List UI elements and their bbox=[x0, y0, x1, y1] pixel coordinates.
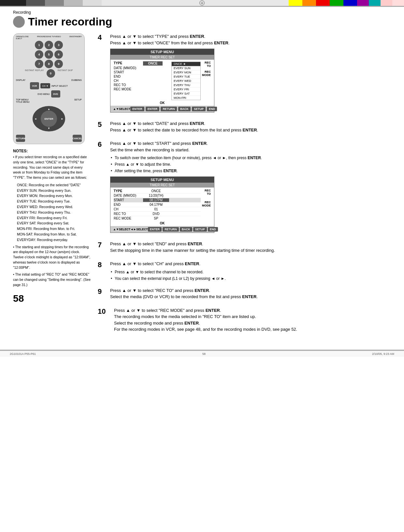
step-8: 8 Press ▲ or ▼ to select "CH" and press … bbox=[98, 261, 391, 282]
step-4-content: Press ▲ or ▼ to select "TYPE" and press … bbox=[110, 33, 391, 115]
step-6-bullets: To switch over the selection item (hour … bbox=[110, 155, 391, 174]
footer-center: 58 bbox=[202, 352, 206, 356]
step-8-content: Press ▲ or ▼ to select "CH" and press EN… bbox=[110, 261, 391, 282]
setup-menu-1-footer: ▲▼ SELECT ENTER ENTER RETURN BACK SETUP … bbox=[110, 106, 214, 112]
notes-section: NOTES: • If you select timer recording o… bbox=[13, 149, 91, 288]
left-column: OPEN/CLOSEEJECT PROGRESSIVE TV/VIDEO ON/… bbox=[13, 33, 91, 340]
step-6-text: Press ▲ or ▼ to select "START" and press… bbox=[110, 140, 391, 153]
main-layout: OPEN/CLOSEEJECT PROGRESSIVE TV/VIDEO ON/… bbox=[13, 33, 391, 340]
section-label: Recording bbox=[13, 10, 391, 15]
setup-menu-2-ok: OK bbox=[110, 220, 214, 226]
remote-control-image: OPEN/CLOSEEJECT PROGRESSIVE TV/VIDEO ON/… bbox=[13, 33, 85, 144]
footer-left: 2G10101A P55-P61 bbox=[10, 352, 36, 356]
top-color-bar: + bbox=[0, 0, 404, 6]
setup-menu-1-ok: OK bbox=[110, 100, 214, 106]
page-title: Timer recording bbox=[28, 15, 112, 28]
step-6: 6 Press ▲ or ▼ to select "START" and pre… bbox=[98, 140, 391, 236]
setup-menu-2-title: SETUP MENU bbox=[110, 177, 214, 183]
step-7-text: Press ▲ or ▼ to select "END" and press E… bbox=[110, 241, 391, 253]
step-7-number: 7 bbox=[98, 241, 107, 249]
footer-right: 2/10/05, 9:23 AM bbox=[372, 352, 394, 356]
notes-title: NOTES: bbox=[13, 149, 91, 153]
notes-text: • If you select timer recording on a spe… bbox=[13, 155, 91, 288]
step-5: 5 Press ▲ or ▼ to select "DATE" and pres… bbox=[98, 120, 391, 135]
page-footer: 2G10101A P55-P61 58 2/10/05, 9:23 AM bbox=[0, 351, 404, 357]
setup-menu-1-subtitle: TIMER REC SET bbox=[110, 55, 214, 60]
page-title-wrap: Timer recording bbox=[13, 15, 391, 28]
dpad: ▲ ▼ ◄ ► ENTER bbox=[33, 106, 65, 131]
step-8-number: 8 bbox=[98, 261, 107, 269]
step-9-text: Press ▲ or ▼ to select "REC TO" and pres… bbox=[110, 287, 391, 300]
title-icon bbox=[13, 16, 25, 28]
step-10-number: 10 bbox=[98, 307, 111, 316]
step-5-content: Press ▲ or ▼ to select "DATE" and press … bbox=[110, 120, 391, 135]
step-4-text: Press ▲ or ▼ to select "TYPE" and press … bbox=[110, 33, 391, 46]
step-5-number: 5 bbox=[98, 120, 107, 129]
enter-button[interactable]: ENTER bbox=[41, 111, 57, 127]
right-column: 4 Press ▲ or ▼ to select "TYPE" and pres… bbox=[98, 33, 391, 340]
setup-menu-1: SETUP MENU TIMER REC SET TYPEONCE DATE (… bbox=[110, 49, 214, 113]
step-8-text: Press ▲ or ▼ to select "CH" and press EN… bbox=[110, 261, 391, 267]
step-8-bullets: Press ▲ or ▼ to select the channel to be… bbox=[110, 269, 391, 281]
step-4: 4 Press ▲ or ▼ to select "TYPE" and pres… bbox=[98, 33, 391, 115]
step-6-number: 6 bbox=[98, 140, 107, 149]
step-10-content: Press ▲ or ▼ to select "REC MODE" and pr… bbox=[114, 307, 391, 335]
step-5-text: Press ▲ or ▼ to select "DATE" and press … bbox=[110, 120, 391, 133]
step-7-content: Press ▲ or ▼ to select "END" and press E… bbox=[110, 241, 391, 255]
setup-menu-2-subtitle: TIMER REC SET bbox=[110, 183, 214, 188]
step-10-text: Press ▲ or ▼ to select "REC MODE" and pr… bbox=[114, 307, 391, 333]
step-9: 9 Press ▲ or ▼ to select "REC TO" and pr… bbox=[98, 287, 391, 302]
setup-menu-1-title: SETUP MENU bbox=[110, 49, 214, 55]
step-9-number: 9 bbox=[98, 287, 107, 296]
step-10: 10 Press ▲ or ▼ to select "REC MODE" and… bbox=[98, 307, 391, 335]
step-9-content: Press ▲ or ▼ to select "REC TO" and pres… bbox=[110, 287, 391, 302]
step-4-number: 4 bbox=[98, 33, 107, 42]
page-content: Recording Timer recording OPEN/CLOSEEJEC… bbox=[0, 7, 404, 346]
setup-menu-2-footer: ▲▼ SELECT ◄► SELECT ENTER RETURN BACK SE… bbox=[110, 226, 214, 233]
step-7: 7 Press ▲ or ▼ to select "END" and press… bbox=[98, 241, 391, 255]
setup-menu-2: SETUP MENU TIMER REC SET TYPEONCE DATE (… bbox=[110, 176, 214, 233]
step-6-content: Press ▲ or ▼ to select "START" and press… bbox=[110, 140, 391, 236]
page-number: 58 bbox=[13, 293, 91, 304]
